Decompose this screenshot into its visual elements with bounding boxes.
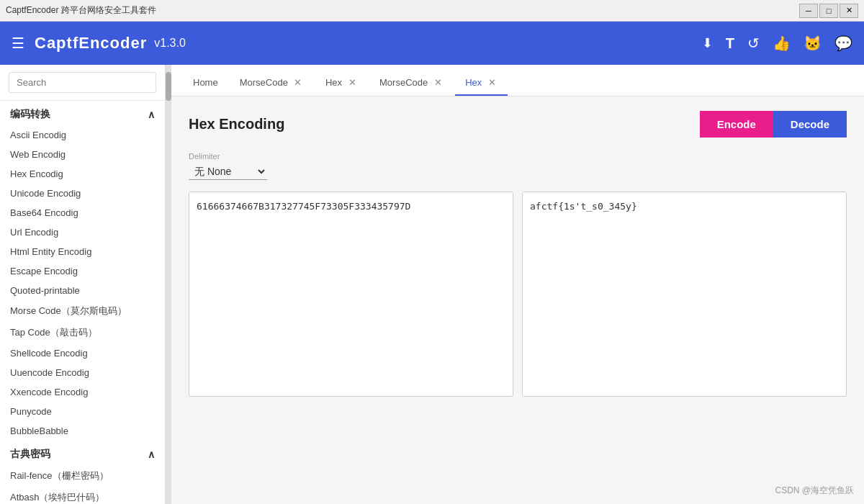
textareas-row bbox=[189, 192, 847, 397]
search-input[interactable] bbox=[9, 72, 156, 93]
sidebar-item-base64[interactable]: Base64 Encodig bbox=[0, 203, 165, 222]
sidebar-item-ascii[interactable]: Ascii Encodig bbox=[0, 125, 165, 145]
font-icon[interactable]: T bbox=[726, 35, 734, 52]
tab-hex-2-close[interactable]: ✕ bbox=[486, 76, 498, 88]
output-textarea-box bbox=[522, 192, 847, 397]
sidebar-item-morse[interactable]: Morse Code（莫尔斯电码） bbox=[0, 300, 165, 322]
tab-home-label: Home bbox=[193, 77, 218, 88]
delimiter-select-wrapper: 无 None 空格 Space 逗号 Comma bbox=[189, 163, 847, 180]
sidebar-item-punycode[interactable]: Punycode bbox=[0, 402, 165, 421]
decode-button[interactable]: Decode bbox=[773, 111, 847, 138]
scrollbar-thumb[interactable] bbox=[166, 72, 171, 101]
tab-morsecode-1[interactable]: MorseCode ✕ bbox=[230, 70, 314, 96]
section-header-classical[interactable]: 古典密码 ∧ bbox=[0, 441, 165, 465]
maximize-button[interactable]: □ bbox=[819, 4, 838, 18]
tab-hex-2[interactable]: Hex ✕ bbox=[455, 70, 508, 96]
sidebar-item-web[interactable]: Web Encodig bbox=[0, 145, 165, 164]
sidebar-item-html-entity[interactable]: Html Entity Encodig bbox=[0, 242, 165, 261]
encode-decode-buttons: Encode Decode bbox=[700, 111, 847, 138]
page-title: Hex Encoding bbox=[189, 116, 284, 132]
output-textarea[interactable] bbox=[523, 192, 846, 394]
delimiter-row: Delimiter 无 None 空格 Space 逗号 Comma bbox=[189, 152, 847, 180]
hamburger-icon[interactable]: ☰ bbox=[12, 35, 24, 52]
header: ☰ CaptfEncoder v1.3.0 ⬇ T ↺ 👍 🐱 💬 bbox=[0, 22, 864, 65]
sidebar-scroll: 编码转换 ∧ Ascii Encodig Web Encodig Hex Enc… bbox=[0, 101, 165, 504]
sidebar-item-uuencode[interactable]: Uuencode Encodig bbox=[0, 363, 165, 382]
page-header: Hex Encoding Encode Decode bbox=[189, 111, 847, 138]
sidebar-item-atbash[interactable]: Atbash（埃特巴什码） bbox=[0, 487, 165, 504]
minimize-button[interactable]: ─ bbox=[799, 4, 818, 18]
tab-hex-1[interactable]: Hex ✕ bbox=[315, 70, 368, 96]
sidebar-item-quoted-printable[interactable]: Quoted-printable bbox=[0, 281, 165, 300]
sidebar: 编码转换 ∧ Ascii Encodig Web Encodig Hex Enc… bbox=[0, 65, 166, 504]
sidebar-item-hex[interactable]: Hex Encodig bbox=[0, 164, 165, 184]
sidebar-item-escape[interactable]: Escape Encodig bbox=[0, 261, 165, 281]
tab-morsecode-1-label: MorseCode bbox=[240, 77, 288, 88]
section-title-classical: 古典密码 bbox=[10, 448, 50, 461]
section-collapse-classical[interactable]: ∧ bbox=[148, 449, 155, 460]
sidebar-item-shellcode[interactable]: Shellcode Encodig bbox=[0, 343, 165, 363]
title-bar-text: CaptfEncoder 跨平台网络安全工具套件 bbox=[6, 4, 799, 17]
section-title-encoding: 编码转换 bbox=[10, 108, 50, 121]
title-bar: CaptfEncoder 跨平台网络安全工具套件 ─ □ ✕ bbox=[0, 0, 864, 22]
like-icon[interactable]: 👍 bbox=[773, 35, 791, 52]
cat-icon[interactable]: 🐱 bbox=[804, 35, 822, 52]
input-textarea[interactable] bbox=[189, 192, 513, 394]
app-version: v1.3.0 bbox=[154, 37, 186, 50]
tab-hex-1-close[interactable]: ✕ bbox=[346, 76, 358, 88]
title-bar-controls: ─ □ ✕ bbox=[799, 4, 858, 18]
chat-icon[interactable]: 💬 bbox=[834, 35, 852, 52]
refresh-icon[interactable]: ↺ bbox=[747, 35, 760, 52]
tab-morsecode-1-close[interactable]: ✕ bbox=[292, 76, 304, 88]
main-layout: 编码转换 ∧ Ascii Encodig Web Encodig Hex Enc… bbox=[0, 65, 864, 504]
section-header-encoding[interactable]: 编码转换 ∧ bbox=[0, 101, 165, 125]
encode-button[interactable]: Encode bbox=[700, 111, 773, 138]
tab-hex-2-label: Hex bbox=[465, 77, 482, 88]
tab-morsecode-2-label: MorseCode bbox=[379, 77, 428, 88]
delimiter-label: Delimiter bbox=[189, 152, 847, 161]
delimiter-select[interactable]: 无 None 空格 Space 逗号 Comma bbox=[189, 163, 267, 180]
watermark: CSDN @海空凭鱼跃 bbox=[775, 485, 854, 497]
sidebar-item-tap[interactable]: Tap Code（敲击码） bbox=[0, 322, 165, 343]
tab-morsecode-2[interactable]: MorseCode ✕ bbox=[369, 70, 454, 96]
input-textarea-box bbox=[189, 192, 513, 397]
sidebar-item-unicode[interactable]: Unicode Encodig bbox=[0, 184, 165, 203]
sidebar-scrollbar[interactable] bbox=[166, 65, 171, 504]
sidebar-item-xxencode[interactable]: Xxencode Encodig bbox=[0, 382, 165, 402]
section-collapse-encoding[interactable]: ∧ bbox=[148, 109, 155, 120]
sidebar-item-railfence[interactable]: Rail-fence（栅栏密码） bbox=[0, 465, 165, 487]
content-area: Home MorseCode ✕ Hex ✕ MorseCode ✕ Hex ✕ bbox=[171, 65, 864, 504]
download-icon[interactable]: ⬇ bbox=[702, 35, 713, 51]
header-icons: ⬇ T ↺ 👍 🐱 💬 bbox=[702, 35, 852, 52]
tab-hex-1-label: Hex bbox=[325, 77, 342, 88]
tab-morsecode-2-close[interactable]: ✕ bbox=[432, 76, 444, 88]
sidebar-item-url[interactable]: Url Encodig bbox=[0, 222, 165, 242]
app: ☰ CaptfEncoder v1.3.0 ⬇ T ↺ 👍 🐱 💬 编码转换 ∧ bbox=[0, 22, 864, 504]
app-title: CaptfEncoder bbox=[35, 34, 147, 53]
search-box bbox=[0, 65, 165, 101]
page-content: Hex Encoding Encode Decode Delimiter 无 N… bbox=[171, 96, 864, 504]
tabs-bar: Home MorseCode ✕ Hex ✕ MorseCode ✕ Hex ✕ bbox=[171, 65, 864, 96]
close-button[interactable]: ✕ bbox=[840, 4, 858, 18]
tab-home[interactable]: Home bbox=[183, 70, 228, 96]
sidebar-item-bubblebabble[interactable]: BubbleBabble bbox=[0, 421, 165, 441]
